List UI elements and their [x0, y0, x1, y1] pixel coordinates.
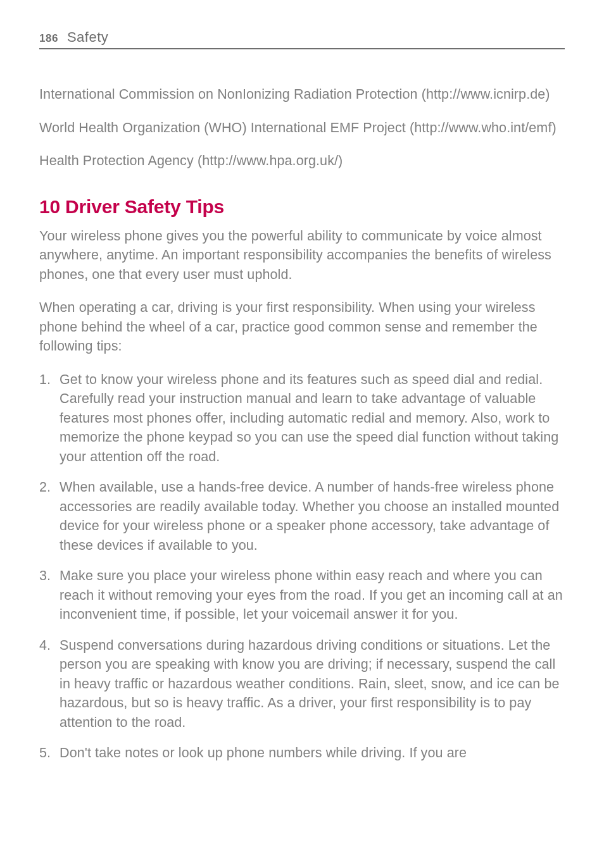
list-item: Suspend conversations during hazardous d…: [39, 636, 565, 733]
intro-paragraph: Health Protection Agency (http://www.hpa…: [39, 151, 565, 171]
document-page: 186 Safety International Commission on N…: [0, 0, 604, 800]
list-item: When available, use a hands-free device.…: [39, 478, 565, 555]
page-header: 186 Safety: [39, 29, 565, 49]
body-paragraph: When operating a car, driving is your fi…: [39, 298, 565, 356]
list-item: Don't take notes or look up phone number…: [39, 743, 565, 763]
intro-paragraph: World Health Organization (WHO) Internat…: [39, 118, 565, 138]
section-title: Safety: [67, 29, 108, 46]
list-item: Make sure you place your wireless phone …: [39, 566, 565, 624]
section-heading: 10 Driver Safety Tips: [39, 196, 565, 218]
body-paragraph: Your wireless phone gives you the powerf…: [39, 226, 565, 285]
page-number: 186: [39, 32, 58, 45]
tips-list: Get to know your wireless phone and its …: [39, 370, 565, 763]
intro-paragraph: International Commission on NonIonizing …: [39, 85, 565, 104]
list-item: Get to know your wireless phone and its …: [39, 370, 565, 467]
